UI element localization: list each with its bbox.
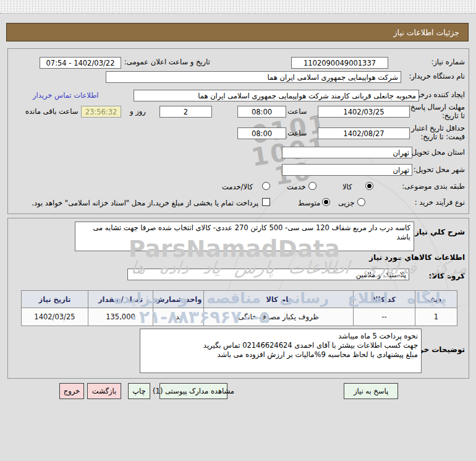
page-title-text: جزئیات اطلاعات نیاز: [394, 28, 459, 37]
goods-table-row: 1 -- ظروف یکبار مصرف خانگی عدد 135,000 1…: [22, 308, 457, 326]
view-attachments-button[interactable]: مشاهده مدارک پیوستی (1): [159, 383, 227, 399]
goods-table: ردیف کد کالا نام کالا واحد شمارش تعداد /…: [21, 290, 457, 326]
hours-remaining-label: ساعت باقی مانده: [25, 108, 78, 116]
radio-service[interactable]: [308, 182, 317, 190]
reply-deadline-hour-label: ساعت: [287, 108, 307, 116]
respond-to-need-button[interactable]: پاسخ به نیاز: [344, 383, 398, 399]
buyer-org-label: نام دستگاه خریدار:: [409, 72, 465, 81]
cell-unit: عدد: [153, 308, 204, 326]
radio-goods[interactable]: [365, 182, 373, 190]
buyer-org-field[interactable]: شرکت هواپیمایی جمهوری اسلامی ایران هما: [106, 71, 401, 83]
col-unit: واحد شمارش: [153, 291, 204, 308]
print-button[interactable]: چاپ: [128, 383, 150, 399]
radio-medium-label: متوسط: [298, 199, 320, 208]
radio-medium[interactable]: [322, 198, 330, 206]
page-title: جزئیات اطلاعات نیاز: [6, 23, 469, 41]
delivery-province-label: استان محل تحویل:: [409, 149, 465, 157]
treasury-checkbox-label: پرداخت تمام یا بخشی از مبلغ خرید,از محل …: [40, 199, 258, 208]
delivery-province-field[interactable]: تهران: [282, 147, 412, 158]
general-info-panel: شماره نیاز: 1102090049001337 تاریخ و ساع…: [7, 48, 469, 214]
buyer-notes-line: جهت کسب اطلاعات بیشتر با آقای احمدی 0214…: [143, 341, 418, 350]
general-desc-field[interactable]: کاسه درب دار مربع شفاف 120 سی سی- 500 کا…: [75, 222, 414, 251]
buyer-notes-line: نحوه پرداخت 5 ماه میباشد: [143, 332, 418, 341]
days-and-label: روز و: [130, 108, 146, 116]
goods-table-header-row: ردیف کد کالا نام کالا واحد شمارش تعداد /…: [22, 291, 457, 308]
goods-info-heading: اطلاعات کالاهاي مورد نیاز: [369, 254, 465, 262]
radio-goods-service-label: کالا/خدمت: [222, 183, 253, 192]
col-item-name: نام کالا: [204, 291, 354, 308]
cell-item-code: --: [354, 308, 415, 326]
cell-item-name: ظروف یکبار مصرف خانگی: [204, 308, 354, 326]
announce-datetime-label: تاریخ و ساعت اعلان عمومی:: [124, 58, 210, 67]
radio-service-label: خدمت: [287, 183, 306, 192]
cell-row-number: 1: [415, 308, 457, 326]
need-number-label: شماره نیاز:: [431, 58, 465, 67]
back-button[interactable]: بازگشت: [87, 383, 121, 399]
price-validity-time-field[interactable]: 08:00: [237, 127, 286, 139]
col-row-number: ردیف: [415, 291, 457, 308]
reply-deadline-date-field[interactable]: 1402/03/25: [318, 106, 410, 118]
procurement-detail-page: 0101 1001 10 جزئیات اطلاعات نیاز شماره ن…: [0, 0, 476, 461]
price-validity-date-field[interactable]: 1402/08/27: [318, 127, 410, 139]
price-validity-label: حداقل تاریخ اعتبار قیمت: تا تاریخ:: [403, 124, 465, 141]
announce-datetime-field[interactable]: 1402/03/22 - 07:54: [40, 57, 121, 69]
radio-minor[interactable]: [357, 198, 365, 206]
top-texture-band: [0, 0, 476, 14]
goods-group-label: گروه کالا:: [429, 272, 465, 281]
need-number-field[interactable]: 1102090049001337: [291, 57, 388, 69]
col-quantity: تعداد / مقدار: [88, 291, 153, 308]
col-need-date: تاریخ نیاز: [22, 291, 88, 308]
radio-minor-label: جزیی: [338, 199, 354, 208]
price-validity-hour-label: ساعت: [287, 129, 307, 138]
delivery-city-label: شهر محل تحویل:: [414, 166, 465, 174]
treasury-checkbox[interactable]: [262, 198, 270, 206]
radio-goods-service[interactable]: [262, 182, 270, 190]
buyer-notes-field[interactable]: نحوه پرداخت 5 ماه میباشد جهت کسب اطلاعات…: [140, 329, 422, 373]
col-item-code: کد کالا: [354, 291, 415, 308]
purchase-process-label: نوع فرآیند خرید :: [415, 199, 465, 207]
need-details-panel: شرح کلي نیاز: کاسه درب دار مربع شفاف 120…: [7, 218, 469, 379]
radio-goods-label: کالا: [342, 183, 352, 192]
general-desc-label: شرح کلي نیاز:: [412, 228, 465, 237]
reply-deadline-days-field[interactable]: 2: [159, 106, 212, 118]
request-creator-field[interactable]: محبوبه جانعلی قربانی کارمند شرکت هواپیما…: [134, 90, 419, 101]
exit-button[interactable]: خروج: [59, 383, 84, 399]
delivery-city-field[interactable]: تهران: [282, 164, 412, 176]
countdown-timer: 23:56:32: [81, 106, 121, 118]
cell-need-date: 1402/03/25: [22, 308, 88, 326]
classification-label: طبقه بندی موضوعی:: [402, 183, 465, 191]
cell-quantity: 135,000: [88, 308, 153, 326]
buyer-notes-line: مبلغ پیشنهادی با لحاظ محاسبه 9%مالیات بر…: [143, 350, 418, 360]
goods-group-field[interactable]: پلاستیک و ملامین: [127, 269, 409, 280]
buyer-contact-link[interactable]: اطلاعات تماس خریدار: [33, 91, 99, 100]
reply-deadline-label: مهلت ارسال پاسخ: تا تاریخ:: [402, 103, 465, 120]
reply-deadline-time-field[interactable]: 08:00: [237, 106, 286, 118]
